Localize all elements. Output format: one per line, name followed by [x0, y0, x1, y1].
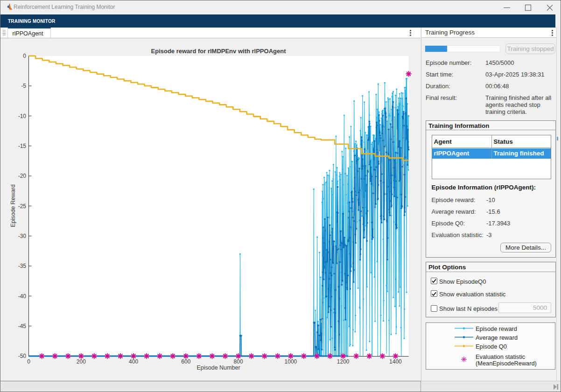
svg-text:0: 0: [27, 358, 30, 365]
svg-text:800: 800: [234, 358, 243, 365]
svg-text:-35: -35: [18, 263, 27, 269]
svg-text:-5: -5: [21, 83, 26, 89]
svg-text:Episode reward for rlMDPEnv wi: Episode reward for rlMDPEnv with rlPPOAg…: [151, 48, 287, 55]
svg-text:600: 600: [181, 358, 190, 365]
svg-text:1400: 1400: [389, 358, 402, 365]
svg-text:-20: -20: [18, 173, 27, 179]
svg-text:0: 0: [23, 53, 26, 59]
svg-text:200: 200: [77, 358, 86, 365]
svg-text:-40: -40: [18, 293, 27, 300]
svg-text:-50: -50: [18, 353, 27, 359]
svg-text:-45: -45: [18, 323, 27, 329]
svg-text:Episode Number: Episode Number: [196, 364, 240, 371]
svg-text:-30: -30: [18, 233, 27, 239]
svg-text:1200: 1200: [337, 358, 350, 365]
svg-text:1000: 1000: [285, 358, 297, 365]
svg-text:Episode Reward: Episode Reward: [10, 184, 16, 227]
svg-text:-25: -25: [18, 203, 27, 210]
svg-text:-10: -10: [18, 113, 27, 119]
svg-text:400: 400: [129, 358, 138, 365]
svg-text:-15: -15: [18, 143, 27, 149]
